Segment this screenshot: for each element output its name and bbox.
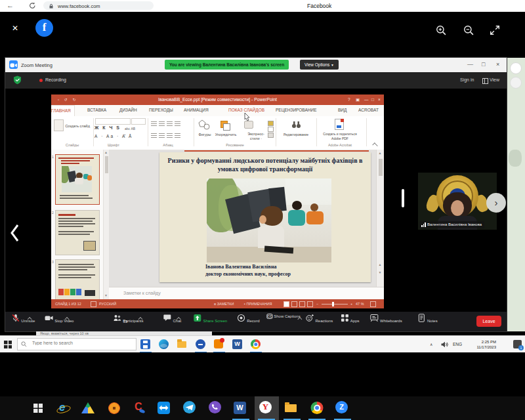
chrome-icon[interactable] bbox=[251, 339, 261, 349]
ppt-close-button[interactable]: × bbox=[378, 97, 381, 102]
numbering-icon[interactable] bbox=[159, 121, 165, 127]
tab-animations[interactable]: АНИМАЦИЯ bbox=[184, 108, 209, 112]
language-indicator[interactable]: РУССКИЙ bbox=[99, 302, 116, 306]
maximize-button[interactable]: □ bbox=[482, 61, 485, 68]
volume-icon[interactable] bbox=[441, 341, 448, 348]
back-icon[interactable]: ← bbox=[7, 1, 14, 9]
tab-insert[interactable]: ВСТАВКА bbox=[87, 108, 106, 112]
quick-styles-icon[interactable] bbox=[244, 121, 253, 129]
bullets-icon[interactable] bbox=[151, 121, 157, 127]
close-icon[interactable]: ✕ bbox=[12, 24, 18, 33]
align-center-icon[interactable] bbox=[159, 133, 165, 138]
help-icon[interactable]: ? bbox=[348, 97, 350, 102]
minimize-button[interactable]: — bbox=[467, 61, 473, 68]
reactions-button[interactable]: Reactions bbox=[305, 314, 333, 323]
font-case-buttons[interactable]: А · Аа · А̂ А̌ bbox=[94, 134, 133, 138]
arrange-icon[interactable] bbox=[220, 121, 228, 128]
hidden-icons-chevron[interactable]: ∧ bbox=[430, 342, 432, 346]
panel-drag-handle[interactable] bbox=[402, 189, 404, 207]
teamviewer-icon[interactable] bbox=[158, 401, 172, 415]
yandex-browser-icon[interactable]: Y bbox=[259, 401, 274, 415]
leave-button[interactable]: Leave bbox=[476, 316, 501, 327]
font-name-combobox[interactable] bbox=[95, 118, 131, 125]
reload-icon[interactable] bbox=[29, 2, 36, 9]
chat-button[interactable]: Chat bbox=[163, 314, 181, 323]
ppt-restore-button[interactable]: □ bbox=[371, 97, 374, 102]
tab-transitions[interactable]: ПЕРЕХОДЫ bbox=[149, 108, 173, 112]
ppt-minimize-button[interactable]: — bbox=[364, 97, 369, 102]
show-captions-button[interactable]: CC Show Captions bbox=[266, 314, 300, 320]
shape-outline-icon[interactable] bbox=[268, 127, 274, 132]
clock[interactable]: 2:25 PM 11/17/2023 bbox=[466, 339, 496, 350]
arrange-button[interactable]: Упорядочить bbox=[209, 133, 243, 136]
quick-styles-button[interactable]: Экспресс- bbox=[242, 132, 270, 136]
zoom-out-icon[interactable] bbox=[463, 25, 474, 35]
photo-app-icon[interactable] bbox=[107, 401, 121, 415]
slide-sorter-icon[interactable] bbox=[291, 301, 297, 307]
indent-icon[interactable] bbox=[167, 121, 173, 127]
viber-icon[interactable] bbox=[209, 401, 223, 415]
language-indicator[interactable]: ENG bbox=[453, 342, 462, 346]
participant-video-tile[interactable]: Валентина Василівна Іванова bbox=[418, 173, 497, 230]
stop-video-button[interactable]: Stop Video bbox=[45, 314, 74, 323]
tab-home[interactable]: ГЛАВНАЯ bbox=[51, 105, 75, 116]
view-button[interactable]: View bbox=[490, 77, 499, 82]
new-slide-button[interactable]: Создать слайд bbox=[64, 124, 91, 128]
save-app-icon[interactable] bbox=[140, 339, 150, 349]
address-bar[interactable]: www.facebook.com bbox=[43, 1, 154, 10]
close-button[interactable]: × bbox=[496, 61, 499, 68]
notes-button[interactable]: Notes bbox=[417, 314, 437, 323]
zoom-app-icon[interactable]: Z bbox=[335, 401, 350, 415]
slide-thumbnail-1-selected[interactable] bbox=[55, 154, 100, 205]
zoom-slider[interactable] bbox=[322, 304, 348, 304]
sign-in-link[interactable]: Sign in bbox=[460, 77, 474, 82]
paste-icon[interactable] bbox=[54, 119, 64, 131]
comments-toggle[interactable]: ▪ ПРИМЕЧАНИЯ bbox=[244, 302, 272, 306]
taskbar-search[interactable] bbox=[17, 338, 136, 350]
adobe-pdf-button[interactable]: Создать и поделиться bbox=[316, 132, 364, 136]
tab-review[interactable]: РЕЦЕНЗИРОВАНИЕ bbox=[276, 108, 317, 112]
whiteboards-button[interactable]: Whiteboards bbox=[369, 314, 402, 323]
apps-button[interactable]: Apps bbox=[340, 314, 359, 323]
search-input[interactable] bbox=[31, 340, 132, 346]
record-button[interactable]: Record bbox=[236, 314, 259, 323]
share-screen-button[interactable]: Share Screen bbox=[193, 314, 227, 323]
shape-effects-icon[interactable] bbox=[268, 133, 274, 138]
mail-app-icon[interactable] bbox=[214, 339, 224, 349]
facebook-logo[interactable]: f bbox=[35, 19, 53, 37]
shapes-icon[interactable] bbox=[198, 119, 210, 130]
start-button[interactable] bbox=[4, 341, 12, 348]
next-arrow-icon[interactable]: › bbox=[486, 193, 506, 213]
telegram-icon[interactable] bbox=[183, 401, 198, 415]
fit-slide-icon[interactable] bbox=[370, 301, 376, 307]
font-effect-buttons[interactable]: abc АВ bbox=[125, 127, 135, 131]
editing-button[interactable]: Редактирование bbox=[274, 133, 318, 136]
binoculars-icon[interactable] bbox=[291, 120, 301, 129]
font-size-combobox[interactable] bbox=[131, 118, 146, 125]
skype-app-icon[interactable] bbox=[196, 339, 205, 349]
collapse-ribbon-icon[interactable] bbox=[372, 142, 377, 148]
zoom-in-control[interactable]: + bbox=[350, 302, 352, 306]
security-shield-icon[interactable] bbox=[13, 75, 22, 85]
file-explorer-icon[interactable] bbox=[177, 339, 187, 349]
align-right-icon[interactable] bbox=[167, 133, 173, 138]
ribbon-options-icon[interactable]: ▣ bbox=[356, 97, 360, 102]
normal-view-icon[interactable] bbox=[284, 301, 289, 307]
internet-explorer-icon[interactable]: e bbox=[56, 401, 71, 415]
participants-button[interactable]: 33 Participants bbox=[112, 314, 143, 323]
canvas-scrollbar[interactable]: ▲ ▲ ▼ bbox=[376, 150, 384, 287]
previous-arrow-icon[interactable] bbox=[9, 224, 20, 242]
tab-view[interactable]: ВИД bbox=[338, 108, 346, 112]
shape-fill-icon[interactable] bbox=[268, 121, 274, 126]
zoom-percentage[interactable]: 47 % bbox=[356, 302, 364, 306]
slideshow-icon[interactable] bbox=[307, 301, 313, 307]
quick-styles-button-2[interactable]: стили · bbox=[242, 136, 270, 140]
adobe-pdf-button-2[interactable]: Adobe PDF bbox=[316, 136, 364, 140]
chevron-up-icon[interactable] bbox=[297, 317, 302, 322]
zoom-out-control[interactable]: − bbox=[316, 302, 318, 306]
zoom-in-icon[interactable] bbox=[436, 25, 446, 35]
ccleaner-icon[interactable]: C bbox=[133, 401, 147, 415]
notification-center-icon[interactable]: 1 bbox=[513, 340, 522, 348]
tab-design[interactable]: ДИЗАЙН bbox=[119, 108, 137, 112]
columns-icon[interactable] bbox=[175, 133, 180, 138]
